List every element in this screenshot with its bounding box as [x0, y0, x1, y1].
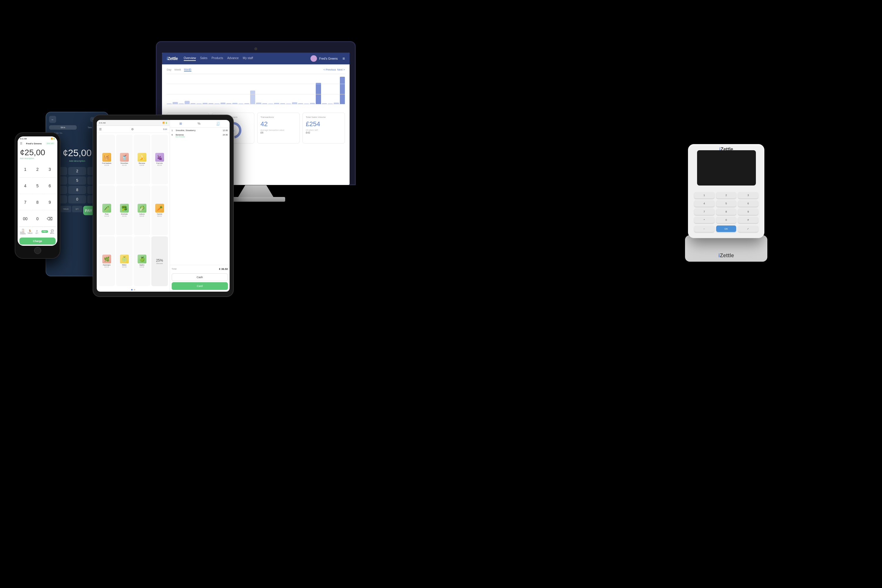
chart-bar-4: [190, 103, 195, 104]
discount-text: 25%: [156, 258, 163, 262]
phone-key-2[interactable]: 3: [44, 162, 56, 178]
key-8[interactable]: 8: [68, 186, 86, 194]
product-cell-0[interactable]: 🧺Fruit baskets€13.00: [99, 135, 115, 184]
tablet-edit-button[interactable]: Edit: [163, 128, 167, 130]
key-0[interactable]: 0: [68, 195, 86, 204]
nav-products[interactable]: Products: [212, 57, 223, 61]
phone-home-button[interactable]: [34, 247, 41, 254]
total-sales-card: Total Sales Volume £254 Of which VAT: £4…: [303, 112, 345, 144]
percent-icon[interactable]: %: [198, 122, 201, 126]
phone-outer: 9:11 AM 📶🔋 ☰ Fred's Greens 25% VAT ¢25,0…: [15, 132, 60, 259]
phone-saved-orders[interactable]: 📋SAVEDORDERS: [20, 228, 26, 235]
tablet-filter-icon[interactable]: ⚙: [131, 128, 134, 131]
pos-pay-button[interactable]: PAY: [83, 206, 94, 215]
chart-bar-8: [214, 104, 219, 104]
next-button[interactable]: Next >: [337, 68, 345, 71]
tablet-time: 9:41 AM: [99, 122, 105, 124]
reader-ok[interactable]: OK: [716, 225, 736, 232]
reader-key-0[interactable]: 1: [694, 192, 714, 198]
reader-key-4[interactable]: 5: [716, 200, 736, 207]
product-icon-5: 🥦: [120, 204, 129, 213]
phone-key-1[interactable]: 2: [32, 162, 44, 178]
card-button[interactable]: Card: [172, 282, 228, 290]
pos-back-button[interactable]: ←: [49, 116, 56, 123]
reader-key-8[interactable]: 9: [738, 208, 758, 215]
product-cell-3[interactable]: 🍇Fruit mix€32.00: [152, 135, 168, 184]
tablet-status-icons: 📶 🔋: [163, 122, 167, 124]
reader-key-2[interactable]: 3: [738, 192, 758, 198]
reader-key-5[interactable]: 6: [738, 200, 758, 207]
product-cell-5[interactable]: 🥦Artichoke€13.50: [116, 186, 133, 235]
grid-view-icon[interactable]: ⊞: [179, 122, 182, 126]
phone-message[interactable]: 💬MESS..: [49, 228, 56, 235]
tablet-left-panel: 9:41 AM 📶 🔋 ☰ ⚙ Edit 🧺Fruit baskets€13.0…: [97, 120, 170, 292]
phone-key-0[interactable]: 1: [20, 162, 31, 178]
pos-tables[interactable]: TABLES: [61, 206, 71, 212]
pos-qty[interactable]: QTY: [72, 206, 82, 212]
reader-confirm[interactable]: ✓: [738, 225, 758, 232]
nav-sales[interactable]: Sales: [200, 57, 207, 61]
phone-qty[interactable]: #QTY: [34, 228, 40, 235]
product-icon-10: 🍏: [138, 255, 146, 263]
reader-key-9[interactable]: *: [694, 217, 714, 223]
reader-key-3[interactable]: 4: [694, 200, 714, 207]
phone-key-8[interactable]: 9: [44, 195, 56, 210]
phone-key-3[interactable]: 4: [20, 178, 31, 194]
phone-key-5[interactable]: 6: [44, 178, 56, 194]
product-icon-6: 🥬: [138, 204, 146, 213]
menu-icon[interactable]: ≡: [342, 56, 345, 61]
product-cell-10[interactable]: 🍏Apples€13.00: [134, 236, 150, 286]
pos-sitin-tab[interactable]: Sit in: [49, 125, 77, 130]
chart-bar-25: [316, 83, 321, 104]
phone-key-4[interactable]: 5: [32, 178, 44, 194]
product-price-7: €29.00: [157, 215, 162, 217]
product-icon-3: 🍇: [155, 153, 164, 162]
discount-cell[interactable]: 25%Discount: [152, 236, 168, 286]
tablet-menu-icon[interactable]: ☰: [99, 128, 102, 131]
reader-key-6[interactable]: 7: [694, 208, 714, 215]
reader-key-10[interactable]: 0: [716, 217, 736, 223]
product-cell-4[interactable]: 🫛Peas€13.00: [99, 186, 115, 235]
reader-key-11[interactable]: #: [738, 217, 758, 223]
reader-cancel[interactable]: ←: [694, 225, 714, 232]
chart-bar-15: [256, 103, 261, 104]
dot-1[interactable]: [131, 289, 133, 291]
product-cell-6[interactable]: 🥬Lettuce€29.00: [134, 186, 150, 235]
dot-2[interactable]: [134, 289, 135, 291]
phone-key-11[interactable]: ⌫: [44, 211, 56, 226]
reader-key-7[interactable]: 8: [716, 208, 736, 215]
product-name-3: Fruit mix: [156, 162, 163, 164]
phone-key-9[interactable]: 00: [20, 211, 31, 226]
phone-pay[interactable]: PAY: [41, 228, 49, 235]
nav-advance[interactable]: Advance: [227, 57, 239, 61]
phone-add-desc[interactable]: Add description: [20, 157, 55, 159]
phone-charge-button[interactable]: Charge: [20, 237, 56, 244]
total-sales-value: £254: [306, 120, 342, 128]
phone-key-6[interactable]: 7: [20, 195, 31, 210]
reader-key-1[interactable]: 2: [716, 192, 736, 198]
product-cell-1[interactable]: 🥤Smoothies€12.00: [116, 135, 133, 184]
product-cell-8[interactable]: 🌿Asparagus€13.00: [99, 236, 115, 286]
product-cell-9[interactable]: 🍈Melon€13.00: [116, 236, 133, 286]
phone-key-10[interactable]: 0: [32, 211, 44, 226]
nav-overview[interactable]: Overview: [184, 57, 196, 61]
receipt-icon[interactable]: 🧾: [216, 122, 220, 126]
tab-month[interactable]: Month: [184, 68, 191, 72]
product-cell-2[interactable]: 🍌Bananas€19.50: [134, 135, 150, 184]
tab-week[interactable]: Week: [174, 68, 181, 71]
phone-key-7[interactable]: 8: [32, 195, 44, 210]
product-cell-7[interactable]: 🥕Carrots€29.00: [152, 186, 168, 235]
tab-day[interactable]: Day: [167, 68, 171, 71]
previous-button[interactable]: < Previous: [323, 68, 336, 71]
cash-button[interactable]: Cash: [172, 273, 228, 281]
tablet: 9:41 AM 📶 🔋 ☰ ⚙ Edit 🧺Fruit baskets€13.0…: [93, 115, 234, 297]
product-price-3: €32.00: [157, 164, 162, 166]
key-5[interactable]: 5: [68, 176, 86, 184]
card-reader: 123456789*0# ← OK ✓ iZettle iZettle: [679, 144, 773, 256]
phone-menu-icon[interactable]: ☰: [20, 142, 22, 145]
nav-mystaff[interactable]: My staff: [243, 57, 253, 61]
product-icon-0: 🧺: [102, 153, 111, 162]
payment-buttons: Cash Card: [170, 272, 230, 292]
phone-tables[interactable]: 🪑TABLES: [27, 228, 33, 235]
key-2[interactable]: 2: [68, 167, 86, 175]
